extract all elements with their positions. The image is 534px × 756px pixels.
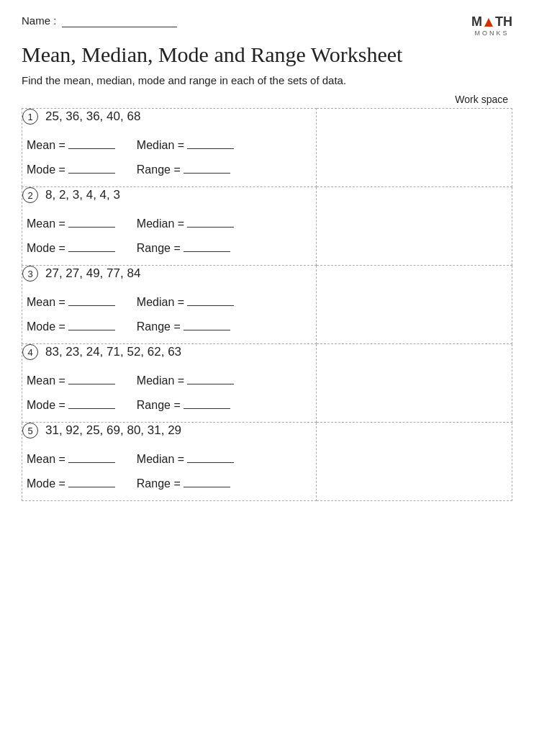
range-group-4: Range = [137,397,230,412]
table-row: 1 25, 36, 36, 40, 68 Mean = Median = Mod… [22,109,512,187]
median-group-4: Median = [137,373,234,387]
mode-label-1: Mode = [27,163,65,176]
range-group-3: Range = [137,319,230,333]
median-group-5: Median = [137,451,234,466]
problem-number-row: 4 83, 23, 24, 71, 52, 62, 63 [22,344,316,360]
mean-line-3 [68,294,115,306]
mode-label-5: Mode = [27,477,65,490]
mode-line-5 [68,476,115,487]
mode-range-row-1: Mode = Range = [22,162,316,176]
problem-cell-2: 2 8, 2, 3, 4, 4, 3 Mean = Median = Mode … [22,187,317,266]
median-group-1: Median = [137,138,234,152]
mean-line-1 [68,138,115,149]
median-group-3: Median = [137,294,234,309]
median-line-1 [187,138,234,149]
table-row: 2 8, 2, 3, 4, 4, 3 Mean = Median = Mode … [22,187,512,266]
mean-median-row-1: Mean = Median = [22,138,316,152]
problem-number-row: 3 27, 27, 49, 77, 84 [22,266,316,282]
name-field: Name : [22,14,177,27]
workspace-cell-4 [316,344,512,423]
range-line-2 [184,240,230,252]
mean-label-3: Mean = [27,296,65,309]
mode-line-1 [68,162,115,174]
problem-cell-5: 5 31, 92, 25, 69, 80, 31, 29 Mean = Medi… [22,423,317,501]
workspace-cell-1 [316,109,512,187]
median-line-5 [187,451,234,463]
problem-number-row: 1 25, 36, 36, 40, 68 [22,109,316,125]
range-group-5: Range = [137,476,230,490]
mode-line-2 [68,240,115,252]
instructions-text: Find the mean, median, mode and range in… [22,74,512,86]
mean-label-5: Mean = [27,453,65,466]
problem-number-5: 5 [22,423,38,438]
range-line-5 [184,476,230,487]
table-row: 4 83, 23, 24, 71, 52, 62, 63 Mean = Medi… [22,344,512,423]
mode-range-row-2: Mode = Range = [22,240,316,255]
mean-median-row-5: Mean = Median = [22,451,316,466]
mode-range-row-3: Mode = Range = [22,319,316,333]
workspace-label: Work space [22,94,512,105]
median-line-3 [187,294,234,306]
mode-group-5: Mode = [27,476,115,490]
mode-group-2: Mode = [27,240,115,255]
mean-group-3: Mean = [27,294,115,309]
workspace-cell-5 [316,423,512,501]
mean-line-4 [68,373,115,384]
data-set-2: 8, 2, 3, 4, 4, 3 [45,188,120,202]
mode-line-3 [68,319,115,330]
median-line-2 [187,216,234,228]
median-label-1: Median = [137,139,184,152]
mode-line-4 [68,397,115,409]
workspace-cell-2 [316,187,512,266]
mode-label-3: Mode = [27,320,65,333]
mean-group-2: Mean = [27,216,115,230]
mode-label-2: Mode = [27,242,65,255]
problem-number-3: 3 [22,266,38,282]
logo-monks-text: MONKS [474,30,509,37]
mean-label-4: Mean = [27,374,65,387]
median-label-4: Median = [137,374,184,387]
mode-group-3: Mode = [27,319,115,333]
mean-median-row-3: Mean = Median = [22,294,316,309]
mode-group-4: Mode = [27,397,115,412]
problem-number-row: 5 31, 92, 25, 69, 80, 31, 29 [22,423,316,438]
range-line-4 [184,397,230,409]
median-line-4 [187,373,234,384]
data-set-1: 25, 36, 36, 40, 68 [45,109,140,124]
median-group-2: Median = [137,216,234,230]
mean-group-4: Mean = [27,373,115,387]
mean-label-2: Mean = [27,217,65,230]
range-label-4: Range = [137,399,181,412]
data-set-4: 83, 23, 24, 71, 52, 62, 63 [45,345,181,359]
worksheet-table: 1 25, 36, 36, 40, 68 Mean = Median = Mod… [22,108,512,501]
mode-group-1: Mode = [27,162,115,176]
mean-line-2 [68,216,115,228]
median-label-2: Median = [137,217,184,230]
mean-median-row-2: Mean = Median = [22,216,316,230]
page-header: Name : M TH MONKS [22,14,512,37]
problem-cell-3: 3 27, 27, 49, 77, 84 Mean = Median = Mod… [22,266,317,344]
mean-group-1: Mean = [27,138,115,152]
mean-label-1: Mean = [27,139,65,152]
range-line-1 [184,162,230,174]
page-title: Mean, Median, Mode and Range Worksheet [22,42,512,67]
table-row: 5 31, 92, 25, 69, 80, 31, 29 Mean = Medi… [22,423,512,501]
logo-m: M [471,14,482,30]
range-label-1: Range = [137,163,181,176]
range-label-2: Range = [137,242,181,255]
problem-cell-4: 4 83, 23, 24, 71, 52, 62, 63 Mean = Medi… [22,344,317,423]
median-label-3: Median = [137,296,184,309]
range-line-3 [184,319,230,330]
median-label-5: Median = [137,453,184,466]
logo-ath: TH [495,14,512,30]
name-label: Name : [22,14,56,27]
mean-median-row-4: Mean = Median = [22,373,316,387]
mean-line-5 [68,451,115,463]
problem-number-4: 4 [22,344,38,360]
data-set-5: 31, 92, 25, 69, 80, 31, 29 [45,423,181,438]
problem-number-2: 2 [22,187,38,203]
range-label-5: Range = [137,477,181,490]
math-monks-logo: M TH MONKS [471,14,512,37]
data-set-3: 27, 27, 49, 77, 84 [45,266,140,281]
mode-range-row-5: Mode = Range = [22,476,316,490]
